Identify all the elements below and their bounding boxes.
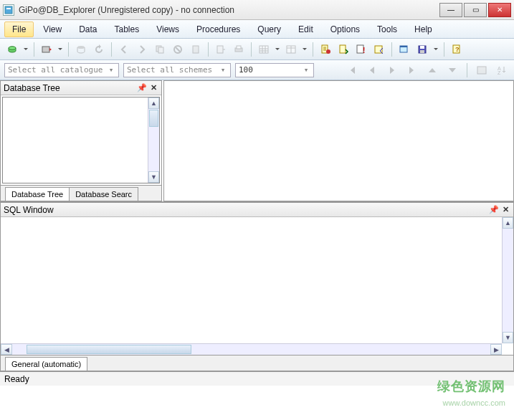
db-icon	[73, 42, 89, 57]
watermark-url: www.downcc.com	[443, 398, 505, 407]
grid2-icon	[283, 42, 299, 57]
scroll-up-icon[interactable]: ▲	[503, 217, 513, 229]
scroll-right-icon[interactable]: ▶	[490, 344, 502, 355]
limit-input[interactable]	[236, 65, 300, 75]
sql-window-panel: SQL Window 📌 ✕ ▲ ▼ ◀ ▶ General (automati…	[0, 202, 514, 371]
scroll-down-icon[interactable]: ▼	[503, 332, 513, 343]
toolbar-filters: ▾ ▾ ▾ AZ	[0, 60, 514, 80]
svg-text:!: !	[363, 47, 365, 54]
window-icon[interactable]	[396, 42, 412, 57]
titlebar: GiPo@DB_Explorer (Unregistered copy) - n…	[0, 0, 514, 20]
dropdown-icon[interactable]	[432, 46, 439, 52]
forward-icon	[134, 42, 150, 57]
tree-body[interactable]: ▲ ▼	[2, 97, 160, 183]
last-icon	[404, 62, 420, 78]
catalogues-combo[interactable]: ▾	[4, 63, 119, 77]
svg-rect-24	[420, 50, 424, 53]
menu-help[interactable]: Help	[406, 22, 440, 37]
menu-options[interactable]: Options	[323, 22, 368, 37]
sql-vscrollbar[interactable]: ▲ ▼	[502, 217, 513, 343]
scroll-thumb[interactable]	[149, 110, 158, 127]
script-warn-icon[interactable]: !	[353, 42, 369, 57]
grid-icon	[256, 42, 272, 57]
exec-icon[interactable]	[371, 42, 387, 57]
tab-general[interactable]: General (automatic)	[5, 357, 87, 371]
close-panel-icon[interactable]: ✕	[500, 205, 510, 215]
sql-tabs: General (automatic)	[1, 355, 513, 371]
svg-rect-3	[42, 47, 49, 52]
disconnect-icon[interactable]	[39, 42, 54, 57]
pin-icon[interactable]: 📌	[137, 83, 147, 93]
tab-database-searc[interactable]: Database Searc	[69, 187, 138, 201]
close-button[interactable]: ✕	[488, 3, 511, 17]
chevron-down-icon[interactable]: ▾	[300, 65, 312, 75]
menu-tools[interactable]: Tools	[369, 22, 405, 37]
scroll-down-icon[interactable]: ▼	[148, 171, 159, 183]
watermark-text: 绿色资源网	[437, 378, 505, 395]
dropdown-icon[interactable]	[22, 46, 29, 52]
help-icon[interactable]: ?	[449, 42, 465, 57]
pin-icon[interactable]: 📌	[489, 205, 499, 215]
schemes-input[interactable]	[124, 65, 217, 75]
maximize-button[interactable]: ▭	[464, 3, 487, 17]
refresh-icon	[91, 42, 107, 57]
svg-rect-0	[5, 6, 12, 14]
catalogues-input[interactable]	[5, 65, 105, 75]
tree-panel-title: Database Tree	[4, 83, 135, 93]
copy-icon	[152, 42, 168, 57]
connect-icon[interactable]	[4, 42, 20, 57]
next-icon	[384, 62, 400, 78]
menu-query[interactable]: Query	[249, 22, 289, 37]
svg-rect-11	[237, 46, 241, 49]
tree-panel-header: Database Tree 📌 ✕	[1, 81, 161, 95]
svg-point-4	[77, 46, 85, 49]
svg-rect-6	[158, 47, 163, 53]
svg-rect-16	[340, 45, 346, 53]
svg-rect-8	[193, 46, 199, 53]
menu-views[interactable]: Views	[148, 22, 187, 37]
menu-procedures[interactable]: Procedures	[189, 22, 248, 37]
svg-text:Z: Z	[498, 70, 501, 75]
main-area[interactable]	[163, 80, 514, 201]
chevron-down-icon[interactable]: ▾	[105, 65, 117, 75]
dropdown-icon	[274, 46, 281, 52]
minimize-button[interactable]: —	[439, 3, 462, 17]
chevron-down-icon[interactable]: ▾	[217, 65, 229, 75]
back-icon	[116, 42, 132, 57]
tree-scrollbar[interactable]: ▲ ▼	[148, 97, 159, 183]
schemes-combo[interactable]: ▾	[123, 63, 231, 77]
window-buttons: — ▭ ✕	[439, 3, 511, 17]
dropdown-icon[interactable]	[57, 46, 64, 52]
scroll-up-icon[interactable]: ▲	[148, 97, 159, 109]
svg-text:?: ?	[455, 46, 460, 53]
sql-hscrollbar[interactable]: ◀ ▶	[1, 343, 502, 355]
up-icon	[424, 62, 440, 78]
tab-database-tree[interactable]: Database Tree	[5, 187, 70, 201]
close-panel-icon[interactable]: ✕	[148, 83, 158, 93]
menu-view[interactable]: View	[35, 22, 70, 37]
menubar: FileViewDataTablesViewsProceduresQueryEd…	[0, 20, 514, 39]
sort-az-icon: AZ	[494, 62, 510, 78]
prev-icon	[364, 62, 380, 78]
svg-rect-23	[420, 46, 424, 49]
menu-file[interactable]: File	[4, 22, 34, 37]
database-tree-panel: Database Tree 📌 ✕ ▲ ▼ Database TreeDatab…	[0, 80, 162, 201]
menu-data[interactable]: Data	[71, 22, 105, 37]
script2-icon[interactable]	[335, 42, 351, 57]
window-title: GiPo@DB_Explorer (Unregistered copy) - n…	[19, 5, 439, 15]
script1-icon[interactable]	[318, 42, 333, 57]
scroll-thumb[interactable]	[27, 345, 191, 354]
print-icon	[231, 42, 247, 57]
config-icon	[474, 62, 490, 78]
menu-tables[interactable]: Tables	[107, 22, 148, 37]
export-icon	[213, 42, 229, 57]
dropdown-icon	[301, 46, 308, 52]
status-text: Ready	[4, 374, 29, 384]
sql-panel-header: SQL Window 📌 ✕	[1, 203, 513, 217]
sql-body[interactable]: ▲ ▼ ◀ ▶	[1, 217, 513, 355]
menu-edit[interactable]: Edit	[290, 22, 321, 37]
scroll-left-icon[interactable]: ◀	[1, 344, 12, 355]
limit-combo[interactable]: ▾	[235, 63, 314, 77]
save-icon[interactable]	[414, 42, 430, 57]
toolbar-main: ! ?	[0, 39, 514, 60]
